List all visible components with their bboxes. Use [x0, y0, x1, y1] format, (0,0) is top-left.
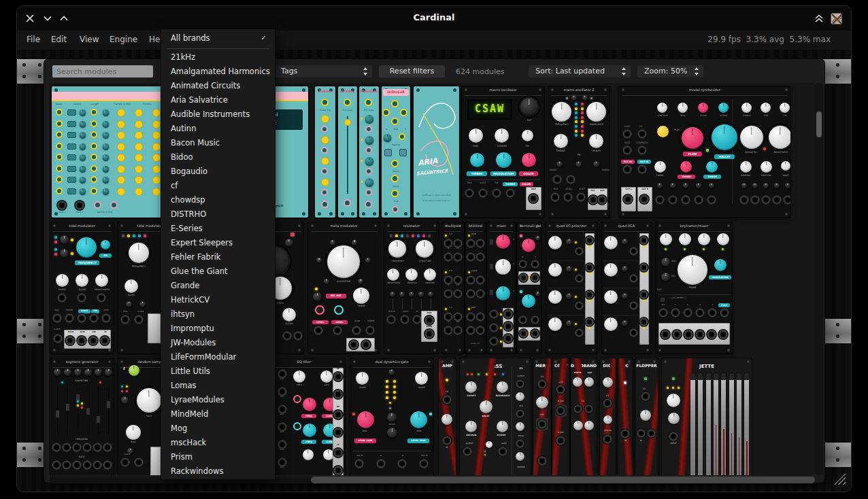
port — [590, 196, 597, 203]
module-macro-oscillator[interactable]: macro oscillatorCSAWEXTFINECOARSEFMTIMBR… — [462, 86, 544, 218]
port — [539, 458, 546, 464]
brand-menu-item[interactable]: ihtsyn — [161, 307, 275, 322]
module-bernoulli-gate[interactable]: bernoulli gateINP — [517, 222, 541, 354]
module-mera[interactable]: MERACVPRE — [533, 358, 551, 475]
port — [454, 290, 461, 297]
port — [63, 462, 70, 468]
module-rotatoes[interactable]: RotatoesExt Scale — [359, 86, 379, 218]
knob — [56, 165, 63, 172]
module-keyframer-mixer[interactable]: keyframer/mixerADDDELFRAMEMODULATIONEDIT… — [656, 222, 733, 354]
knob — [604, 290, 618, 304]
brand-menu-item[interactable]: 21kHz — [161, 50, 275, 65]
brand-menu-item[interactable]: Audible Instruments — [161, 107, 275, 122]
module-amp[interactable]: AMPCVIN — [439, 358, 456, 475]
brand-menu-item[interactable]: Fehler Fabrik — [161, 250, 275, 264]
label: Rotatoes — [359, 90, 379, 94]
brand-menu-item[interactable]: Bacon Music — [161, 136, 275, 150]
shade-icon[interactable] — [814, 14, 824, 23]
brand-menu-item[interactable]: HetrickCV — [161, 293, 275, 307]
search-input[interactable] — [52, 65, 153, 78]
module-multiples[interactable]: multiples1:3INOUT2:1INOUT1:1INOUT — [442, 222, 464, 354]
brand-menu-item[interactable]: Grande — [161, 279, 275, 293]
brand-menu-item[interactable]: Mog — [161, 421, 275, 436]
module-quad-vca[interactable]: quad VCA — [601, 222, 652, 354]
brand-menu-item-all[interactable]: All brands ✓ — [161, 29, 275, 47]
menu-edit[interactable]: Edit — [51, 35, 67, 44]
module-mixer[interactable]: mixer123 — [487, 222, 516, 354]
brand-menu-item[interactable]: Autinn — [161, 122, 275, 136]
module-utilities[interactable]: utilitiesSIGNLOGICS&HNOISE OUT — [465, 222, 486, 354]
brand-menu-item[interactable]: Bogaudio — [161, 165, 275, 179]
module-tidal-modulator[interactable]: tidal modulatorFREQUENCYFMSHAPESLOPESMOO… — [50, 222, 114, 354]
port — [94, 444, 101, 451]
label: HP — [333, 368, 344, 371]
brand-menu-item[interactable]: Aria Salvatrice — [161, 93, 275, 107]
brand-menu-item[interactable]: MindMeld — [161, 407, 275, 421]
zoom-select[interactable]: Zoom: 50% — [637, 65, 703, 78]
vertical-scrollbar-thumb[interactable] — [816, 111, 822, 137]
close-icon[interactable] — [25, 14, 35, 23]
vertical-scrollbar[interactable] — [815, 83, 823, 475]
port — [708, 331, 715, 338]
brand-menu-item[interactable]: Glue the Giant — [161, 264, 275, 279]
label: TIMBRE — [649, 175, 671, 177]
brand-menu-item[interactable]: mscHack — [161, 436, 275, 450]
label: LOW — [77, 331, 88, 333]
minimize-icon[interactable] — [43, 14, 52, 23]
brand-menu-item[interactable]: E-Series — [161, 222, 275, 236]
module-undular[interactable]: UnDuLaRXStepYPaddingZoomAlphaTrngl — [382, 86, 410, 218]
brand-menu-item[interactable]: Prism — [161, 450, 275, 464]
menu-view[interactable]: View — [80, 35, 99, 44]
brand-menu-item[interactable]: cf — [161, 179, 275, 193]
brand-menu-item[interactable]: DISTRHO — [161, 207, 275, 222]
brand-menu-item[interactable]: Animated Circuits — [161, 79, 275, 93]
module-macro-oscillator-2[interactable]: macro oscillator 2FREQUENCYHARMONICSTIMB… — [548, 86, 610, 218]
horizontal-scrollbar-thumb[interactable] — [311, 477, 815, 483]
brand-menu-item[interactable]: Impromptu — [161, 322, 275, 336]
menu-engine[interactable]: Engine — [110, 35, 137, 44]
module-segment-generator[interactable]: segment generatorSHAPE/TIMETIME/LEVELGAT… — [50, 358, 114, 475]
module-pokies[interactable]: PokiesGlobal Trig — [315, 86, 335, 218]
module-deadband[interactable]: DEADBANDWIDTHGAPCV — [571, 358, 597, 475]
module-dual-dynamics-gate[interactable]: dual dynamics gateSHAPESHAPEMETERMODMODL… — [350, 358, 433, 475]
module-bass[interactable]: BASSCUTOFFRESONANCEDECAYENVMODACCENTACCE… — [460, 358, 531, 475]
brand-menu-item[interactable]: Little Utils — [161, 364, 275, 379]
module-meta-modulator[interactable]: meta modulatorALGORITHMINT. OSCTIMBRELEV… — [308, 222, 380, 354]
module-dc[interactable]: DCIN — [618, 358, 633, 475]
module-quad-vc-polarizer[interactable]: quad VC-polarizer — [546, 222, 597, 354]
label: DAMPING — [403, 282, 421, 284]
badge: COLOR — [520, 182, 533, 186]
port — [599, 196, 605, 203]
maximize-icon[interactable] — [59, 14, 69, 23]
module-flopper[interactable]: FLOPPERCVIN — [635, 358, 658, 475]
module-grabby[interactable]: GrabbyExt Scale — [338, 86, 357, 218]
knob — [717, 233, 729, 245]
module-digi[interactable]: DIGICVANALOG — [600, 358, 616, 475]
brand-menu-item[interactable]: Expert Sleepers — [161, 236, 275, 250]
module-conv[interactable]: CONV+5V0-10V0-10V — [552, 358, 569, 475]
led — [575, 130, 578, 133]
brand-menu-item[interactable]: Bidoo — [161, 150, 275, 165]
port — [356, 460, 363, 467]
module-modal-synthesizer[interactable]: modal synthesizerV/OCTFMGATESTRENGTHEXT … — [619, 86, 790, 218]
module-jette[interactable]: JETTEINPUT — [662, 358, 752, 475]
badge: FM — [91, 309, 99, 313]
brand-menu-item[interactable]: Rackwindows — [161, 464, 275, 479]
brand-menu-item[interactable]: Amalgamated Harmonics — [161, 65, 275, 79]
brand-menu-item[interactable]: LifeFormModular — [161, 350, 275, 364]
reset-filters-button[interactable]: Reset filters — [379, 65, 445, 78]
knob — [774, 183, 780, 188]
badge: MODULATION — [490, 171, 516, 176]
sort-select[interactable]: Sort: Last updated — [529, 65, 631, 78]
brand-menu-item[interactable]: LyraeModules — [161, 393, 275, 407]
label: FM — [520, 145, 534, 148]
window-title: Cardinal — [17, 12, 851, 22]
brand-menu-item[interactable]: chowdsp — [161, 193, 275, 207]
brand-menu-item[interactable]: Lomas — [161, 379, 275, 393]
module-eq-filter[interactable]: EQ filterFREQGAINFREQGAINFREQGAINFREQGAI… — [263, 358, 345, 475]
brand-menu-item[interactable]: JW-Modules — [161, 336, 275, 350]
module-ariaart[interactable]: ARIASALVATRICEhandmade in France since 2… — [414, 86, 459, 218]
module-resonator[interactable]: resonatorFREQUENCYSTRUCTUREBRIGHTNESSDAM… — [384, 222, 439, 354]
menu-file[interactable]: File — [27, 35, 40, 44]
port — [279, 371, 286, 377]
